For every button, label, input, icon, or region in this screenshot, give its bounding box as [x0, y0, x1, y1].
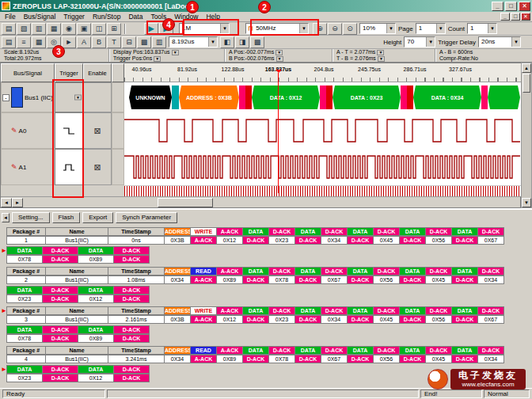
tree-collapse-icon[interactable]: -: [2, 94, 10, 101]
bus-name-cell[interactable]: - Bus1 (IIC): [1, 82, 55, 112]
tab-flash[interactable]: Flash: [52, 212, 81, 223]
menu-help[interactable]: Help: [202, 12, 223, 21]
packet-block[interactable]: Package #NameTimeStampADDRESSREADA-ACKDA…: [6, 267, 519, 306]
height-value[interactable]: 70: [405, 37, 426, 47]
vscroll-thumb[interactable]: [522, 74, 530, 93]
page-value[interactable]: 1: [416, 24, 436, 33]
timeline-ruler[interactable]: 40.96us81.92us122.88us163.837us204.8us24…: [124, 63, 522, 82]
hscroll-thumb[interactable]: [158, 198, 213, 207]
a-pos-dropdown-icon[interactable]: ▼: [276, 50, 283, 55]
minimize-button[interactable]: _: [492, 2, 504, 11]
bus-setup-icon[interactable]: ▣: [77, 23, 91, 35]
a0-waveform-row[interactable]: [124, 112, 522, 149]
sample-rate-combo[interactable]: ⊓ 50MHz ▼: [245, 23, 309, 34]
zoom-out-icon[interactable]: ⊖: [328, 23, 342, 35]
memory-depth-value[interactable]: 1M: [180, 24, 220, 33]
vertical-scrollbar[interactable]: ▲ ▼: [521, 63, 532, 208]
horizontal-scrollbar[interactable]: ◄ ►: [1, 196, 520, 207]
waveform-view-icon[interactable]: ▤: [2, 36, 16, 48]
doc-close-button[interactable]: ✕: [521, 13, 530, 21]
memory-depth-combo[interactable]: 1M ▼: [179, 23, 230, 34]
a1-name-cell[interactable]: ✎ A1: [1, 149, 55, 185]
height-combo[interactable]: 70 ▼: [404, 36, 435, 48]
b-pos-dropdown-icon[interactable]: ▼: [276, 56, 283, 62]
doc-restore-button[interactable]: □: [511, 13, 520, 21]
capture-icon[interactable]: ◉: [62, 23, 76, 35]
zoom-combo[interactable]: 10% ▼: [359, 23, 396, 34]
bar-t-icon[interactable]: T: [107, 36, 121, 48]
sampling-setup-icon[interactable]: ◫: [92, 23, 106, 35]
bar-b-icon[interactable]: B: [92, 36, 106, 48]
bus-trigger-cell[interactable]: ▼: [55, 82, 83, 112]
sample-rate-dropdown-icon[interactable]: ▼: [299, 24, 308, 33]
scroll-left-button[interactable]: ◄: [1, 198, 12, 207]
channel-setup-icon[interactable]: ⊞: [107, 23, 121, 35]
menu-trigger[interactable]: Trigger: [59, 12, 89, 21]
open-file-icon[interactable]: ▧: [17, 23, 31, 35]
a1-enable-checkbox[interactable]: ⊠: [83, 149, 112, 185]
bus-decode-row[interactable]: UNKNOWNADDRESS : 0X3BDATA : 0X12DATA : 0…: [124, 82, 522, 112]
report-view-icon[interactable]: ▦: [32, 36, 46, 48]
t-b-dropdown-icon[interactable]: ▼: [378, 56, 385, 62]
memory-depth-dropdown-icon[interactable]: ▼: [220, 24, 229, 33]
close-button[interactable]: ✕: [519, 2, 530, 11]
scale-value[interactable]: 8.192us: [169, 37, 208, 47]
scale-combo[interactable]: 8.192us ▼: [169, 36, 218, 48]
run-button[interactable]: ▶: [144, 23, 158, 35]
compress-icon[interactable]: ⊟: [122, 36, 136, 48]
menu-data[interactable]: Data: [124, 12, 146, 21]
contrast-right-icon[interactable]: ◨: [235, 36, 249, 48]
menu-file[interactable]: File: [1, 12, 20, 21]
doc-minimize-button[interactable]: _: [500, 13, 510, 21]
a-t-dropdown-icon[interactable]: ▼: [377, 50, 384, 55]
scale-dropdown-icon[interactable]: ▼: [208, 37, 217, 47]
display-pos-dropdown-icon[interactable]: ▼: [172, 50, 179, 55]
page-dropdown-icon[interactable]: ▼: [436, 24, 445, 33]
a0-enable-checkbox[interactable]: ⊠: [83, 112, 112, 149]
print-icon[interactable]: ▦: [47, 23, 61, 35]
scroll-down-button[interactable]: ▼: [522, 198, 531, 207]
menu-bus-signal[interactable]: Bus/Signal: [20, 12, 60, 21]
waveform-area[interactable]: 40.96us81.92us122.88us163.837us204.8us24…: [124, 63, 522, 196]
grid-icon[interactable]: ▩: [250, 36, 264, 48]
menu-window[interactable]: Window: [170, 12, 202, 21]
bus-enable-cell[interactable]: [83, 82, 112, 112]
zoom-value[interactable]: 10%: [360, 24, 386, 33]
count-dropdown-icon[interactable]: ▼: [488, 24, 496, 33]
height-dropdown-icon[interactable]: ▼: [426, 37, 435, 47]
maximize-button[interactable]: □: [505, 2, 517, 11]
trigger-pos-dropdown-icon[interactable]: ▼: [154, 56, 161, 62]
bus-signal-header[interactable]: Bus/Signal: [1, 63, 55, 82]
packet-block[interactable]: Package #NameTimeStampADDRESSWRITEA-ACKD…: [6, 227, 519, 267]
scroll-up-button[interactable]: ▲: [522, 63, 531, 73]
goto-trigger-icon[interactable]: ►: [62, 36, 76, 48]
packet-block[interactable]: Package #NameTimeStampADDRESSWRITEA-ACKD…: [6, 306, 519, 346]
a1-waveform-row[interactable]: [124, 149, 522, 185]
menu-run-stop[interactable]: Run/Stop: [89, 12, 124, 21]
new-file-icon[interactable]: ▤: [2, 23, 16, 35]
list-view-icon[interactable]: ≡: [17, 36, 31, 48]
sample-rate-value[interactable]: 50MHz: [253, 24, 299, 33]
save-icon[interactable]: ▥: [32, 23, 46, 35]
count-value[interactable]: 1: [468, 24, 488, 33]
trigger-delay-value[interactable]: 20ns: [479, 37, 511, 47]
zoom-fit-icon[interactable]: ⊙: [343, 23, 357, 35]
enable-header[interactable]: Enable: [83, 63, 112, 82]
trigger-header[interactable]: Trigger: [55, 63, 83, 82]
tab-setting-[interactable]: Setting...: [12, 212, 50, 223]
bar-a-icon[interactable]: A: [77, 36, 91, 48]
bus-trigger-dropdown-icon[interactable]: ▼: [74, 95, 82, 101]
trigger-delay-dropdown-icon[interactable]: ▼: [511, 37, 520, 47]
a1-trigger-cell[interactable]: [55, 149, 83, 185]
zoom-in-icon[interactable]: ⊕: [313, 23, 327, 35]
filter-icon[interactable]: ▩: [137, 36, 151, 48]
panel-collapse-icon[interactable]: ◄: [2, 213, 10, 222]
zoom-dropdown-icon[interactable]: ▼: [386, 24, 395, 33]
memory-page-icon[interactable]: ▥: [152, 36, 166, 48]
page-combo[interactable]: 1 ▼: [416, 23, 446, 34]
tab-export[interactable]: Export: [82, 212, 113, 223]
a0-name-cell[interactable]: ✎ A0: [1, 112, 55, 149]
trigger-delay-combo[interactable]: 20ns ▼: [478, 36, 521, 48]
tab-synch-parameter[interactable]: Synch Parameter: [116, 212, 177, 223]
contrast-left-icon[interactable]: ◧: [220, 36, 234, 48]
